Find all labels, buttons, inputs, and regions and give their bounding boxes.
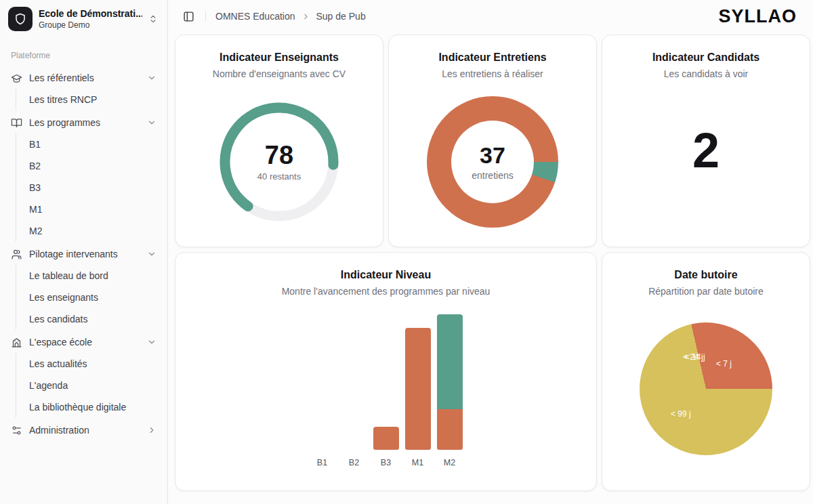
chevrons-up-down-icon bbox=[148, 14, 158, 24]
card-indicateur-niveau: Indicateur Niveau Montre l'avancement de… bbox=[175, 252, 597, 491]
sidebar-group-label: Administration bbox=[29, 425, 140, 436]
sidebar-item-b1[interactable]: B1 bbox=[25, 133, 162, 155]
chevron-down-icon bbox=[147, 118, 157, 127]
enseignants-gauge-chart: 78 40 restants bbox=[215, 98, 343, 226]
bar-m1 bbox=[405, 328, 431, 450]
sidebar-children-espace-ecole: Les actualités L'agenda La bibliothèque … bbox=[16, 353, 162, 418]
card-subtitle: Les entretiens à réaliser bbox=[400, 68, 585, 79]
chevron-down-icon bbox=[147, 73, 157, 83]
breadcrumb-chevron-icon bbox=[301, 12, 310, 21]
bar-segment-orange bbox=[437, 409, 463, 450]
card-date-butoire: Date butoire Répartition par date butoir… bbox=[602, 252, 810, 491]
card-subtitle: Nombre d'enseignants avec CV bbox=[186, 68, 372, 79]
sidebar-item-les-enseignants[interactable]: Les enseignants bbox=[25, 287, 162, 308]
sidebar-item-m2[interactable]: M2 bbox=[25, 220, 162, 242]
card-indicateur-enseignants: Indicateur Enseignants Nombre d'enseigna… bbox=[175, 35, 383, 247]
sidebar-item-b2[interactable]: B2 bbox=[25, 155, 162, 177]
sidebar-group-label: Les programmes bbox=[29, 117, 140, 128]
card-subtitle: Montre l'avancement des programmes par n… bbox=[186, 286, 585, 297]
sidebar-item-l-agenda[interactable]: L'agenda bbox=[25, 375, 162, 396]
sidebar-group-label: Pilotage intervenants bbox=[29, 249, 140, 259]
breadcrumb-item-sup-de-pub[interactable]: Sup de Pub bbox=[316, 11, 366, 22]
chevron-right-icon bbox=[147, 425, 157, 435]
card-subtitle: Répartition par date butoire bbox=[613, 286, 799, 297]
sidebar-group-pilotage-intervenants[interactable]: Pilotage intervenants bbox=[5, 243, 162, 265]
date-butoire-pie: < 24 j < 14 j < 7 j < 99 j bbox=[640, 322, 772, 455]
enseignants-caption: 40 restants bbox=[257, 171, 301, 182]
sidebar: Ecole de Démonstrati... Groupe Demo Plat… bbox=[0, 0, 168, 504]
niveau-bar-labels: B1B2B3M1M2 bbox=[186, 458, 585, 467]
bar-segment-teal bbox=[437, 314, 463, 409]
pie-label-7j: < 7 j bbox=[716, 359, 732, 369]
workspace-group: Groupe Demo bbox=[39, 20, 142, 30]
main-area: OMNES Education Sup de Pub SYLLAO Indica… bbox=[168, 0, 813, 504]
school-icon bbox=[11, 337, 22, 348]
card-title: Date butoire bbox=[613, 269, 799, 281]
bar-b3 bbox=[373, 427, 399, 450]
gauge-center: 78 40 restants bbox=[215, 98, 343, 226]
chevron-down-icon bbox=[147, 249, 157, 259]
card-subtitle: Les candidats à voir bbox=[613, 68, 799, 79]
chevron-down-icon bbox=[147, 337, 157, 347]
niveau-bar-plot bbox=[186, 314, 585, 450]
bar-label-b3: B3 bbox=[373, 458, 399, 467]
sidebar-item-b3[interactable]: B3 bbox=[25, 177, 162, 198]
sidebar-item-m1[interactable]: M1 bbox=[25, 198, 162, 220]
topbar: OMNES Education Sup de Pub SYLLAO bbox=[168, 0, 813, 33]
sidebar-toggle-button[interactable] bbox=[182, 9, 196, 24]
topbar-divider bbox=[205, 11, 206, 22]
sidebar-group-les-referentiels[interactable]: Les référentiels bbox=[5, 67, 162, 89]
sidebar-item-les-titres-rncp[interactable]: Les titres RNCP bbox=[25, 89, 162, 110]
bar-label-m2: M2 bbox=[437, 458, 463, 467]
panel-left-icon bbox=[183, 11, 194, 22]
bar-label-m1: M1 bbox=[405, 458, 431, 467]
pie-label-14j: < 14 j bbox=[685, 352, 705, 362]
bar-segment-orange bbox=[405, 328, 431, 450]
sidebar-item-les-actualites[interactable]: Les actualités bbox=[25, 353, 162, 375]
pie-label-99j: < 99 j bbox=[671, 409, 691, 419]
bar-segment-orange bbox=[373, 427, 399, 450]
card-title: Indicateur Entretiens bbox=[400, 51, 585, 64]
sidebar-group-label: L'espace école bbox=[29, 337, 140, 348]
entretiens-donut-hole: 37 entretiens bbox=[451, 121, 534, 203]
candidats-value: 2 bbox=[692, 126, 720, 175]
workspace-name: Ecole de Démonstrati... bbox=[39, 8, 142, 19]
enseignants-value: 78 bbox=[265, 142, 293, 168]
users-icon bbox=[11, 249, 22, 260]
book-open-icon bbox=[11, 117, 22, 129]
sidebar-group-espace-ecole[interactable]: L'espace école bbox=[5, 331, 162, 353]
sidebar-section-label: Plateforme bbox=[5, 51, 162, 60]
candidats-stat-wrap: 2 bbox=[613, 79, 799, 222]
sidebar-nav: Les référentiels Les titres RNCP Les pro… bbox=[5, 67, 162, 441]
entretiens-value: 37 bbox=[480, 144, 505, 167]
sidebar-children-programmes: B1 B2 B3 M1 M2 bbox=[16, 133, 162, 242]
entretiens-caption: entretiens bbox=[472, 170, 513, 181]
card-indicateur-entretiens: Indicateur Entretiens Les entretiens à r… bbox=[388, 35, 597, 247]
sliders-icon bbox=[11, 425, 22, 436]
sidebar-item-la-bibliotheque-digitale[interactable]: La bibliothèque digitale bbox=[25, 396, 162, 418]
card-title: Indicateur Niveau bbox=[186, 269, 585, 281]
bar-m2 bbox=[437, 314, 463, 450]
sidebar-group-administration[interactable]: Administration bbox=[5, 419, 162, 441]
sidebar-children-referentiels: Les titres RNCP bbox=[16, 89, 162, 110]
bar-label-b2: B2 bbox=[341, 458, 367, 467]
sidebar-children-pilotage: Le tableau de bord Les enseignants Les c… bbox=[16, 265, 162, 330]
shield-icon bbox=[8, 7, 33, 31]
sidebar-item-les-candidats[interactable]: Les candidats bbox=[25, 308, 162, 330]
bar-label-b1: B1 bbox=[310, 458, 335, 467]
sidebar-group-les-programmes[interactable]: Les programmes bbox=[5, 112, 162, 133]
card-title: Indicateur Candidats bbox=[613, 51, 799, 64]
card-title: Indicateur Enseignants bbox=[186, 51, 372, 64]
card-indicateur-candidats: Indicateur Candidats Les candidats à voi… bbox=[602, 35, 810, 247]
dashboard-grid: Indicateur Enseignants Nombre d'enseigna… bbox=[168, 33, 813, 504]
sidebar-group-label: Les référentiels bbox=[29, 72, 140, 83]
graduation-cap-icon bbox=[11, 72, 22, 84]
sidebar-item-le-tableau-de-bord[interactable]: Le tableau de bord bbox=[25, 265, 162, 287]
workspace-meta: Ecole de Démonstrati... Groupe Demo bbox=[39, 8, 142, 30]
breadcrumb-item-omnes-education[interactable]: OMNES Education bbox=[215, 11, 295, 22]
syllao-logo: SYLLAO bbox=[718, 6, 797, 27]
entretiens-donut: 37 entretiens bbox=[427, 96, 558, 228]
workspace-switcher[interactable]: Ecole de Démonstrati... Groupe Demo bbox=[5, 5, 162, 33]
